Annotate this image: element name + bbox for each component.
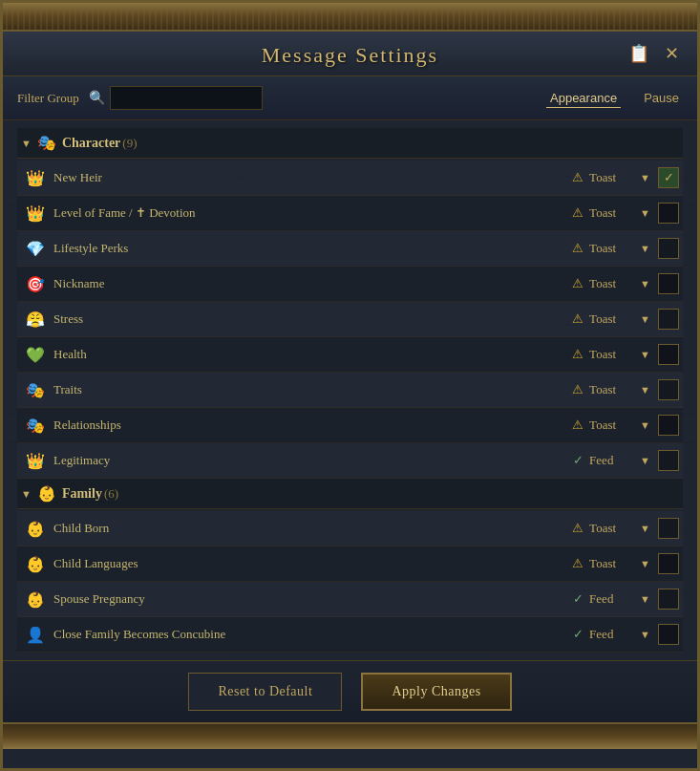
lifestyle-perks-label: Lifestyle Perks — [53, 241, 572, 256]
window-bottom-border — [3, 722, 697, 749]
relationships-dropdown[interactable]: ▼ — [638, 419, 652, 431]
row-legitimacy: 👑 Legitimacy ✓ Feed ▼ — [17, 443, 683, 479]
relationships-checkbox[interactable] — [658, 415, 679, 436]
child-languages-label: Child Languages — [53, 556, 572, 571]
child-born-label: Child Born — [53, 521, 572, 536]
legitimacy-controls: ✓ Feed ▼ — [573, 450, 679, 471]
nickname-status-text: Toast — [589, 276, 632, 291]
traits-dropdown[interactable]: ▼ — [638, 384, 652, 396]
relationships-status-text: Toast — [589, 418, 632, 433]
level-of-fame-checkbox[interactable] — [658, 203, 679, 224]
new-heir-label: New Heir — [53, 170, 572, 185]
search-input[interactable] — [110, 86, 263, 110]
group-header-family[interactable]: ▼ 👶 Family (6) — [17, 479, 683, 509]
apply-button[interactable]: Apply Changes — [361, 673, 511, 711]
stress-checkbox[interactable] — [658, 309, 679, 330]
nickname-checkbox[interactable] — [658, 273, 679, 294]
nickname-dropdown[interactable]: ▼ — [638, 278, 652, 289]
spouse-pregnancy-icon: 👶 — [25, 590, 46, 609]
legitimacy-label: Legitimacy — [53, 453, 573, 468]
group-header-character[interactable]: ▼ 🎭 Character (9) — [17, 128, 683, 159]
family-group-count: (6) — [104, 486, 118, 502]
close-family-dropdown[interactable]: ▼ — [638, 629, 652, 640]
row-lifestyle-perks: 💎 Lifestyle Perks ⚠ Toast ▼ — [17, 231, 683, 267]
level-of-fame-status-icon: ⚠ — [572, 205, 583, 221]
legitimacy-status-icon: ✓ — [573, 453, 583, 468]
reset-button[interactable]: Reset to Default — [188, 673, 342, 711]
nickname-label: Nickname — [53, 276, 572, 291]
new-heir-checkbox[interactable] — [658, 167, 679, 188]
child-languages-dropdown[interactable]: ▼ — [638, 558, 652, 569]
new-heir-dropdown[interactable]: ▼ — [638, 172, 652, 183]
stress-status-text: Toast — [589, 311, 632, 327]
new-heir-controls: ⚠ Toast ▼ — [572, 167, 679, 188]
row-traits: 🎭 Traits ⚠ Toast ▼ — [17, 373, 683, 408]
stress-label: Stress — [53, 311, 572, 327]
character-group-label: Character — [62, 136, 120, 151]
relationships-label: Relationships — [53, 418, 572, 433]
traits-label: Traits — [53, 382, 572, 397]
row-level-of-fame: 👑 Level of Fame / ✝ Devotion ⚠ Toast ▼ — [17, 196, 683, 231]
close-family-status-text: Feed — [589, 627, 632, 642]
nickname-status-icon: ⚠ — [572, 276, 583, 291]
health-label: Health — [53, 347, 572, 362]
lifestyle-perks-status-icon: ⚠ — [572, 241, 583, 256]
spouse-pregnancy-label: Spouse Pregnancy — [53, 591, 573, 607]
window-top-border — [3, 3, 697, 32]
close-family-controls: ✓ Feed ▼ — [573, 624, 679, 645]
spouse-pregnancy-status-icon: ✓ — [573, 591, 583, 607]
level-of-fame-icon: 👑 — [25, 204, 46, 223]
lifestyle-perks-icon: 💎 — [25, 240, 46, 258]
search-icon: 🔍 — [89, 90, 105, 106]
level-of-fame-status-text: Toast — [589, 205, 632, 221]
health-checkbox[interactable] — [658, 344, 679, 365]
character-group-count: (9) — [122, 136, 137, 151]
legitimacy-checkbox[interactable] — [658, 450, 679, 471]
character-group-icon: 🎭 — [37, 134, 56, 152]
child-languages-status-icon: ⚠ — [572, 556, 583, 571]
footer: Reset to Default Apply Changes — [3, 660, 697, 722]
spouse-pregnancy-controls: ✓ Feed ▼ — [573, 589, 679, 610]
row-close-family-concubine: 👤 Close Family Becomes Concubine ✓ Feed … — [17, 617, 683, 653]
close-family-checkbox[interactable] — [658, 624, 679, 645]
row-health: 💚 Health ⚠ Toast ▼ — [17, 337, 683, 373]
legitimacy-dropdown[interactable]: ▼ — [638, 455, 652, 466]
close-button[interactable]: ✕ — [661, 41, 683, 66]
filter-bar: Filter Group 🔍 Appearance Pause — [3, 76, 697, 120]
health-controls: ⚠ Toast ▼ — [572, 344, 679, 365]
health-dropdown[interactable]: ▼ — [638, 349, 652, 360]
child-born-checkbox[interactable] — [658, 518, 679, 539]
traits-status-icon: ⚠ — [572, 382, 583, 397]
legitimacy-icon: 👑 — [25, 452, 46, 470]
level-of-fame-dropdown[interactable]: ▼ — [638, 207, 652, 219]
family-group-icon: 👶 — [37, 484, 56, 503]
lifestyle-perks-controls: ⚠ Toast ▼ — [572, 238, 679, 259]
window-title: Message Settings — [3, 43, 697, 68]
stress-status-icon: ⚠ — [572, 311, 583, 327]
spouse-pregnancy-dropdown[interactable]: ▼ — [638, 593, 652, 605]
lifestyle-perks-status-text: Toast — [589, 241, 632, 256]
nickname-controls: ⚠ Toast ▼ — [572, 273, 679, 294]
child-languages-checkbox[interactable] — [658, 553, 679, 574]
title-area: Message Settings 📋 ✕ — [3, 32, 697, 76]
traits-status-text: Toast — [589, 382, 632, 397]
notes-icon-button[interactable]: 📋 — [625, 41, 653, 66]
tab-appearance[interactable]: Appearance — [546, 89, 621, 108]
child-born-dropdown[interactable]: ▼ — [638, 523, 652, 534]
main-window: Message Settings 📋 ✕ Filter Group 🔍 Appe… — [0, 0, 700, 771]
row-nickname: 🎯 Nickname ⚠ Toast ▼ — [17, 267, 683, 302]
stress-dropdown[interactable]: ▼ — [638, 313, 652, 325]
health-icon: 💚 — [25, 346, 46, 364]
row-child-born: 👶 Child Born ⚠ Toast ▼ — [17, 511, 683, 546]
stress-icon: 😤 — [25, 311, 46, 329]
spouse-pregnancy-checkbox[interactable] — [658, 589, 679, 610]
traits-checkbox[interactable] — [658, 379, 679, 400]
filter-group-label: Filter Group — [17, 91, 79, 106]
lifestyle-perks-dropdown[interactable]: ▼ — [638, 243, 652, 254]
child-languages-status-text: Toast — [589, 556, 632, 571]
collapse-arrow-family: ▼ — [21, 488, 32, 500]
new-heir-status-icon: ⚠ — [572, 170, 583, 185]
settings-scroll-area[interactable]: ▼ 🎭 Character (9) 👑 New Heir ⚠ Toast ▼ 👑… — [3, 120, 697, 660]
lifestyle-perks-checkbox[interactable] — [658, 238, 679, 259]
tab-pause[interactable]: Pause — [640, 89, 683, 108]
